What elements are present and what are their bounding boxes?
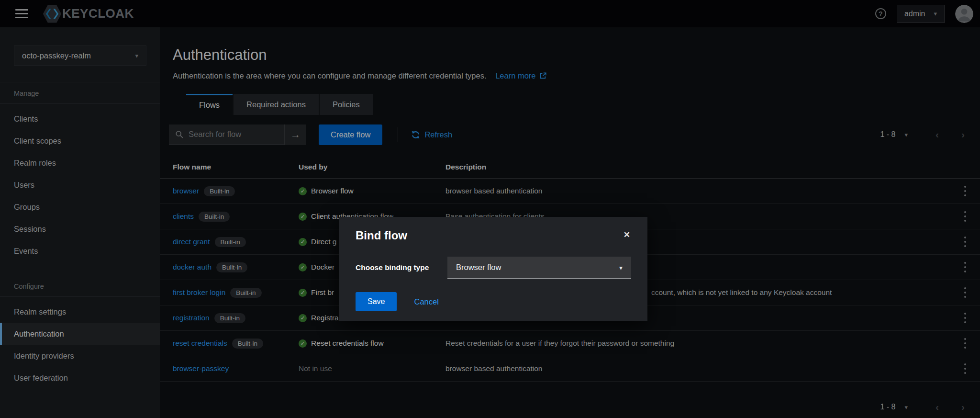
cancel-button[interactable]: Cancel xyxy=(414,297,438,306)
chevron-down-icon: ▾ xyxy=(619,264,623,271)
app-window: KEYCLOAK ? admin ▾ octo-passkey-realm ▾ xyxy=(0,0,980,418)
modal-title: Bind flow xyxy=(356,229,407,242)
binding-type-select[interactable]: Browser flow ▾ xyxy=(447,257,631,279)
modal-actions: Save Cancel xyxy=(356,292,631,311)
save-button[interactable]: Save xyxy=(356,292,397,311)
close-button[interactable]: ✕ xyxy=(623,229,631,241)
modal-form: Choose binding type Browser flow ▾ xyxy=(356,257,631,279)
binding-type-value: Browser flow xyxy=(456,263,501,272)
bind-flow-modal: Bind flow ✕ Choose binding type Browser … xyxy=(339,217,647,321)
close-icon: ✕ xyxy=(624,230,630,239)
modal-backdrop xyxy=(0,0,980,418)
modal-header: Bind flow ✕ xyxy=(356,229,631,242)
binding-type-label: Choose binding type xyxy=(356,263,447,272)
